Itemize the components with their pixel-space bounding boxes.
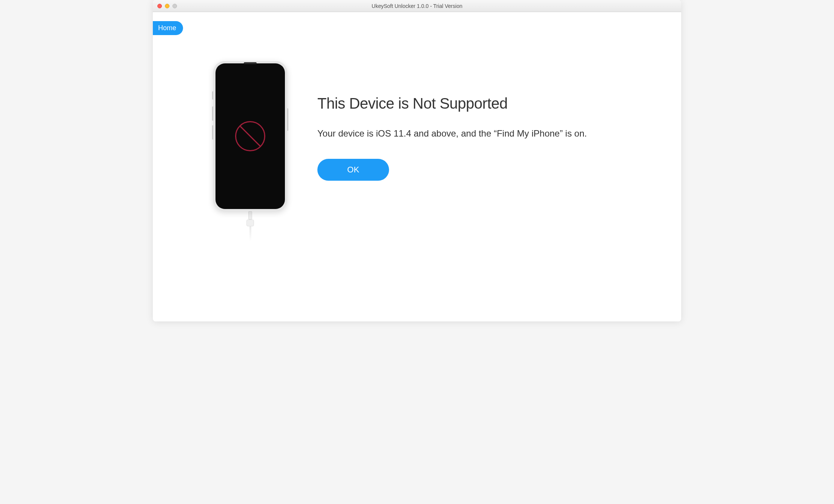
prohibition-icon <box>235 121 265 151</box>
message-area: This Device is Not Supported Your device… <box>317 61 651 181</box>
not-supported-description: Your device is iOS 11.4 and above, and t… <box>317 127 651 140</box>
phone-mute-switch-icon <box>212 91 213 100</box>
usb-cable-icon <box>246 211 254 241</box>
maximize-window-button[interactable] <box>172 4 177 8</box>
content-area: Home <box>153 12 681 321</box>
phone-frame <box>213 61 287 211</box>
phone-screen <box>215 63 285 209</box>
main-area: This Device is Not Supported Your device… <box>153 12 681 264</box>
device-illustration <box>213 61 287 241</box>
phone-volume-down-icon <box>212 125 213 140</box>
close-window-button[interactable] <box>157 4 162 8</box>
phone-notch-icon <box>234 63 267 70</box>
minimize-window-button[interactable] <box>165 4 169 8</box>
app-window: UkeySoft Unlocker 1.0.0 - Trial Version … <box>153 0 681 321</box>
phone-power-button-icon <box>287 108 288 131</box>
home-button[interactable]: Home <box>153 21 183 35</box>
ok-button[interactable]: OK <box>317 159 389 181</box>
traffic-lights <box>157 4 177 8</box>
window-title: UkeySoft Unlocker 1.0.0 - Trial Version <box>372 3 462 9</box>
not-supported-heading: This Device is Not Supported <box>317 95 651 112</box>
titlebar: UkeySoft Unlocker 1.0.0 - Trial Version <box>153 0 681 12</box>
phone-volume-up-icon <box>212 106 213 121</box>
